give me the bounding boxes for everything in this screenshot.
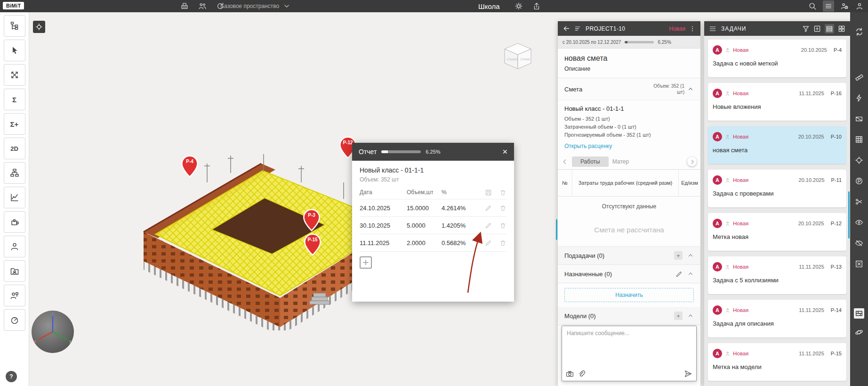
menu-list-icon[interactable] bbox=[823, 0, 834, 12]
edit-pencil-icon[interactable] bbox=[485, 239, 492, 246]
models-section[interactable]: Модели (0) + bbox=[558, 307, 700, 325]
section-plane-icon[interactable] bbox=[854, 114, 864, 124]
focus-model-button[interactable] bbox=[33, 21, 45, 33]
user-icon[interactable] bbox=[4, 236, 25, 257]
axis-gizmo[interactable]: z x y bbox=[30, 309, 75, 354]
ruler-icon[interactable] bbox=[854, 72, 864, 82]
report-row[interactable]: 30.10.2025 5.0000 1.4205% bbox=[360, 217, 506, 234]
back-arrow-icon[interactable] bbox=[563, 25, 571, 33]
orbit-icon[interactable] bbox=[854, 327, 864, 337]
view-grid-toggle[interactable] bbox=[838, 25, 845, 33]
map-pin[interactable]: P-15 bbox=[304, 233, 321, 256]
add-row-button[interactable] bbox=[360, 256, 372, 269]
tab-works[interactable]: Работы bbox=[572, 156, 609, 167]
subtasks-section[interactable]: Подзадачи (0) + bbox=[558, 246, 700, 265]
hierarchy-icon[interactable] bbox=[4, 162, 25, 184]
add-subtask-icon[interactable]: + bbox=[674, 251, 683, 260]
task-list: A Новая 20.10.2025 P-4 Задача с новой ме… bbox=[704, 36, 850, 385]
task-card[interactable]: A Новая 20.10.2025 P-4 Задача с новой ме… bbox=[708, 40, 846, 77]
eye-icon[interactable] bbox=[854, 217, 864, 228]
task-card[interactable]: A Новая 11.11.2025 P-13 Задача с 5 колли… bbox=[708, 256, 846, 294]
2d-view-icon[interactable]: 2D bbox=[4, 138, 25, 159]
chevron-right-icon[interactable] bbox=[687, 157, 697, 166]
model-tree-icon[interactable] bbox=[4, 15, 25, 37]
report-table-header: Дата Объем,шт % bbox=[360, 186, 506, 199]
send-icon[interactable] bbox=[684, 370, 692, 378]
eye-off-icon[interactable] bbox=[854, 238, 864, 248]
team-icon[interactable] bbox=[198, 1, 207, 11]
collision-icon[interactable] bbox=[4, 64, 25, 86]
grid-icon[interactable] bbox=[854, 134, 864, 145]
sum-plus-icon[interactable]: Σ+ bbox=[4, 113, 25, 135]
tasks-scrollbar-thumb[interactable] bbox=[848, 191, 850, 238]
edit-pencil-icon[interactable] bbox=[485, 205, 492, 212]
sync-cloud-icon[interactable] bbox=[854, 26, 864, 37]
progress-label: 6.25% bbox=[426, 149, 440, 155]
chevron-up-icon[interactable] bbox=[687, 312, 694, 319]
gauge-icon[interactable] bbox=[4, 309, 25, 331]
chevron-left-icon[interactable] bbox=[562, 158, 568, 165]
delete-icon[interactable] bbox=[499, 189, 506, 196]
chevron-up-icon[interactable] bbox=[687, 86, 694, 92]
close-box-icon[interactable] bbox=[854, 259, 864, 269]
message-input[interactable] bbox=[562, 326, 696, 368]
target-icon[interactable] bbox=[854, 155, 864, 165]
plugin-puzzle-icon[interactable] bbox=[4, 211, 25, 233]
tab-materials[interactable]: Матер bbox=[612, 158, 634, 165]
view-list-toggle[interactable] bbox=[825, 24, 834, 33]
report-row[interactable]: 24.10.2025 15.0000 4.2614% bbox=[360, 199, 506, 217]
report-dialog-header[interactable]: Отчет 6.25% × bbox=[352, 143, 514, 161]
open-rate-link[interactable]: Открыть расценку bbox=[558, 141, 700, 154]
workspace-selector[interactable]: Базовое пространство bbox=[220, 0, 289, 12]
more-dots-icon[interactable] bbox=[689, 25, 696, 32]
report-row[interactable]: 11.11.2025 2.0000 0.5682% bbox=[360, 234, 506, 252]
assigned-section[interactable]: Назначенные (0) bbox=[558, 265, 700, 283]
map-pin[interactable]: P-3 bbox=[303, 209, 321, 231]
add-task-icon[interactable] bbox=[813, 25, 821, 33]
sort-list-icon[interactable] bbox=[574, 25, 582, 33]
user-pin-icon[interactable] bbox=[4, 285, 25, 306]
delete-icon[interactable] bbox=[499, 205, 506, 212]
close-icon[interactable]: × bbox=[502, 148, 507, 156]
shared-folder-icon[interactable] bbox=[4, 260, 25, 282]
add-model-icon[interactable]: + bbox=[674, 312, 683, 320]
panel-scrollbar-thumb[interactable] bbox=[556, 219, 557, 240]
save-icon[interactable] bbox=[485, 189, 492, 196]
user-icon[interactable] bbox=[855, 1, 864, 11]
workspace-label: Базовое пространство bbox=[220, 3, 279, 9]
wall-icon[interactable] bbox=[854, 308, 864, 319]
gear-icon[interactable] bbox=[514, 1, 523, 11]
camera-icon[interactable] bbox=[566, 370, 574, 378]
assign-button[interactable]: Назначить bbox=[564, 288, 694, 302]
filter-funnel-icon[interactable] bbox=[802, 25, 810, 33]
task-card[interactable]: A Новая 11.11.2025 P-15 Метка на модели bbox=[708, 343, 846, 381]
parking-icon[interactable] bbox=[854, 176, 864, 186]
task-card-selected[interactable]: A Новая 20.10.2025 P-10 новая смета bbox=[708, 126, 846, 164]
edit-pencil-icon[interactable] bbox=[485, 222, 492, 229]
share-icon[interactable] bbox=[532, 1, 541, 11]
search-icon[interactable] bbox=[808, 1, 817, 11]
task-card[interactable]: A Новая 11.11.2025 P-16 Новые вложения bbox=[708, 83, 846, 121]
delete-icon[interactable] bbox=[499, 239, 506, 246]
chart-icon[interactable] bbox=[4, 187, 25, 208]
menu-icon[interactable] bbox=[709, 25, 716, 33]
equipment-icon[interactable] bbox=[180, 1, 189, 11]
chevron-up-icon[interactable] bbox=[687, 271, 694, 277]
scissors-icon[interactable] bbox=[854, 197, 864, 207]
estimate-section-header[interactable]: Смета Объем: 352 (1 шт) bbox=[558, 78, 700, 100]
map-pin[interactable]: P-4 bbox=[181, 155, 199, 178]
user-history-icon[interactable] bbox=[840, 1, 849, 11]
task-card[interactable]: A Новая 20.10.2025 P-12 Метка новая bbox=[708, 213, 846, 251]
chevron-up-icon[interactable] bbox=[687, 252, 694, 259]
delete-icon[interactable] bbox=[499, 222, 506, 229]
attach-paperclip-icon[interactable] bbox=[578, 370, 586, 378]
help-button[interactable]: ? bbox=[6, 371, 17, 382]
view-cube[interactable]: Справа Слева bbox=[501, 39, 535, 72]
flash-icon[interactable] bbox=[854, 93, 864, 103]
select-cursor-icon[interactable] bbox=[4, 40, 25, 61]
task-card[interactable]: A Новая 11.11.2025 P-14 Задача для описа… bbox=[708, 300, 846, 337]
task-card[interactable]: A Новая 20.10.2025 P-11 Задача с проверк… bbox=[708, 170, 846, 207]
top-bar: BiMiT Базовое пространство Школа bbox=[0, 0, 868, 12]
edit-pencil-icon[interactable] bbox=[675, 271, 683, 278]
sum-icon[interactable]: Σ bbox=[4, 89, 25, 110]
